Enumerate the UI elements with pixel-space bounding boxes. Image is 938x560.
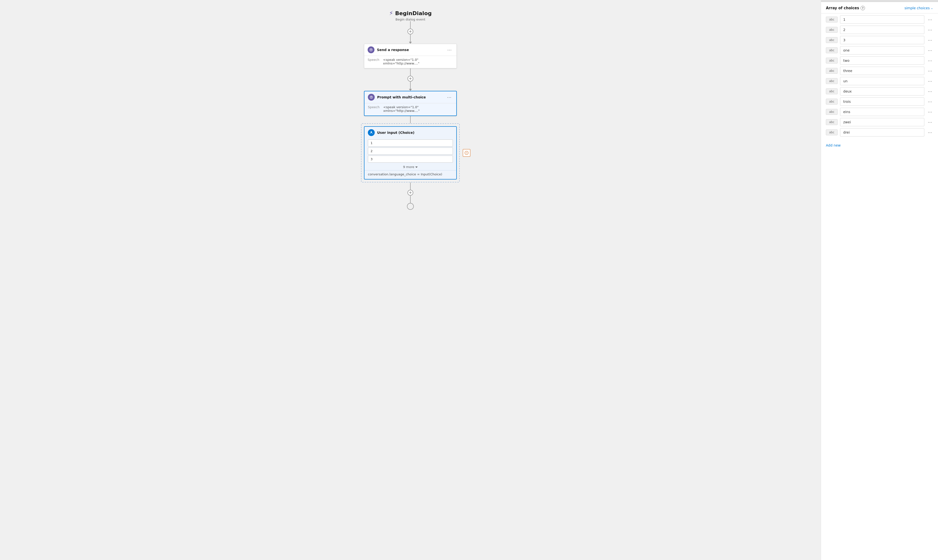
connector-1: + [407, 21, 413, 44]
choice-more-btn-6[interactable]: ⋯ [927, 78, 933, 84]
choice-input-10[interactable] [840, 118, 924, 126]
connector-line-5 [410, 116, 411, 123]
user-input-icon [368, 129, 375, 136]
send-response-more-btn[interactable]: ⋯ [446, 47, 453, 53]
choice-input-4[interactable] [840, 57, 924, 65]
user-input-choices: 1 2 3 [364, 138, 456, 164]
connector-line-3 [410, 68, 411, 76]
assignment-row: conversation.language_choice = Input(Cho… [364, 170, 456, 179]
choice-row-6: abc⋯ [826, 77, 933, 85]
choice-row-9: abc⋯ [826, 108, 933, 116]
choice-row-7: abc⋯ [826, 87, 933, 95]
choice-input-5[interactable] [840, 67, 924, 75]
simple-choices-button[interactable]: simple choices ⌄ [904, 6, 933, 10]
choice-abc-badge-4: abc [826, 58, 838, 63]
choice-input-9[interactable] [840, 108, 924, 116]
choice-abc-badge-6: abc [826, 78, 838, 84]
chevron-down-icon: ⌄ [931, 6, 933, 10]
svg-point-4 [371, 131, 372, 132]
dashed-container: User input (Choice) 1 2 3 9 more convers… [361, 123, 460, 182]
choice-row-3: abc⋯ [826, 46, 933, 54]
send-response-header-left: Send a response [368, 46, 409, 53]
choice-more-btn-2[interactable]: ⋯ [927, 37, 933, 43]
choice-input-6[interactable] [840, 77, 924, 85]
choice-more-btn-0[interactable]: ⋯ [927, 17, 933, 23]
dashed-right-connector[interactable] [463, 149, 471, 157]
more-link[interactable]: 9 more [364, 164, 456, 170]
choice-input-11[interactable] [840, 128, 924, 137]
choice-row-4: abc⋯ [826, 57, 933, 65]
choice-more-btn-9[interactable]: ⋯ [927, 109, 933, 115]
choice-input-2[interactable] [840, 36, 924, 44]
add-button-3[interactable]: + [407, 190, 413, 195]
send-response-header: Send a response ⋯ [364, 44, 457, 56]
send-response-body-value: <speak version="1.0" xmlns="http://www..… [383, 58, 453, 65]
top-bar-stub [821, 0, 938, 2]
choice-abc-badge-11: abc [826, 129, 838, 135]
prompt-multichoice-title: Prompt with multi-choice [377, 95, 426, 99]
send-response-title: Send a response [377, 48, 409, 52]
choice-more-btn-11[interactable]: ⋯ [927, 129, 933, 135]
connector-line-6 [410, 182, 411, 190]
choice-more-btn-7[interactable]: ⋯ [927, 88, 933, 94]
choice-abc-badge-9: abc [826, 109, 838, 115]
canvas-content: ⚡ BeginDialog Begin dialog event + [337, 5, 484, 215]
choice-item-3: 3 [368, 155, 453, 163]
begin-dialog-title: ⚡ BeginDialog [389, 10, 432, 17]
prompt-multichoice-more-btn[interactable]: ⋯ [446, 94, 453, 100]
choice-input-1[interactable] [840, 26, 924, 34]
user-input-header: User input (Choice) [364, 127, 456, 138]
prompt-multichoice-header: Prompt with multi-choice ⋯ [364, 91, 456, 103]
choice-row-0: abc⋯ [826, 15, 933, 24]
array-of-choices-text: Array of choices [826, 6, 859, 10]
choice-more-btn-4[interactable]: ⋯ [927, 58, 933, 64]
prompt-multichoice-body: Speech <speak version="1.0" xmlns="http:… [364, 103, 456, 115]
choice-input-7[interactable] [840, 87, 924, 95]
connector-4: + [407, 182, 413, 203]
send-response-body-label: Speech [368, 58, 381, 65]
prompt-multichoice-icon [368, 94, 375, 101]
help-icon[interactable]: ? [861, 6, 865, 10]
choice-input-0[interactable] [840, 15, 924, 24]
choice-row-11: abc⋯ [826, 128, 933, 137]
choice-more-btn-10[interactable]: ⋯ [927, 119, 933, 125]
user-input-title: User input (Choice) [377, 131, 415, 135]
right-panel: Array of choices ? simple choices ⌄ abc⋯… [821, 0, 938, 560]
choice-more-btn-8[interactable]: ⋯ [927, 98, 933, 105]
choice-row-5: abc⋯ [826, 67, 933, 75]
simple-choices-label: simple choices [904, 6, 930, 10]
prompt-multichoice-body-value: <speak version="1.0" xmlns="http://www..… [383, 105, 453, 112]
choice-abc-badge-3: abc [826, 48, 838, 53]
add-new-button[interactable]: Add new [821, 140, 846, 150]
prompt-multichoice-node: Prompt with multi-choice ⋯ Speech <speak… [364, 91, 457, 116]
prompt-multichoice-body-row: Speech <speak version="1.0" xmlns="http:… [368, 105, 453, 112]
prompt-multichoice-body-label: Speech [368, 105, 381, 112]
choice-more-btn-1[interactable]: ⋯ [927, 27, 933, 33]
array-of-choices-label: Array of choices ? [826, 6, 865, 10]
add-button-2[interactable]: + [407, 76, 413, 82]
choice-more-btn-5[interactable]: ⋯ [927, 68, 933, 74]
prompt-multichoice-header-left: Prompt with multi-choice [368, 94, 426, 101]
send-response-node: Send a response ⋯ Speech <speak version=… [364, 44, 457, 68]
choice-abc-badge-10: abc [826, 119, 838, 125]
add-button-1[interactable]: + [407, 29, 413, 34]
choice-input-3[interactable] [840, 46, 924, 54]
choice-row-1: abc⋯ [826, 26, 933, 34]
right-panel-header: Array of choices ? simple choices ⌄ [821, 2, 938, 14]
choice-input-8[interactable] [840, 97, 924, 106]
dashed-area: User input (Choice) 1 2 3 9 more convers… [361, 123, 460, 182]
choice-item-2: 2 [368, 148, 453, 155]
canvas-panel: ⚡ BeginDialog Begin dialog event + [0, 0, 821, 560]
choice-abc-badge-8: abc [826, 98, 838, 105]
choice-more-btn-3[interactable]: ⋯ [927, 48, 933, 54]
connector-circle-btn[interactable] [463, 149, 471, 157]
begin-dialog-header: ⚡ BeginDialog Begin dialog event [389, 10, 432, 21]
choice-abc-badge-7: abc [826, 88, 838, 94]
end-circle [407, 203, 414, 210]
choices-list: abc⋯abc⋯abc⋯abc⋯abc⋯abc⋯abc⋯abc⋯abc⋯abc⋯… [821, 14, 938, 140]
connector-line [410, 21, 411, 29]
connector-circle-inner [464, 151, 469, 155]
send-response-body: Speech <speak version="1.0" xmlns="http:… [364, 56, 457, 68]
choice-abc-badge-5: abc [826, 68, 838, 74]
choice-abc-badge-2: abc [826, 37, 838, 43]
